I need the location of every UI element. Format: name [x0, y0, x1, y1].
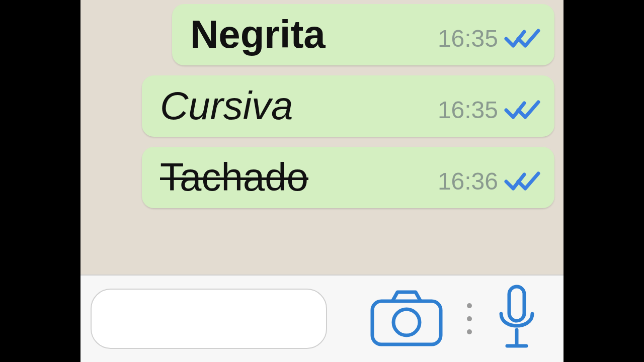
message-text: Negrita [190, 14, 414, 55]
camera-button[interactable] [369, 288, 444, 349]
message-row: Tachado 16:36 [90, 147, 554, 208]
input-toolbar [80, 275, 564, 362]
double-check-icon [504, 169, 541, 193]
mic-button[interactable] [495, 285, 538, 353]
message-time: 16:35 [438, 25, 498, 52]
more-vertical-icon [463, 303, 476, 334]
message-input[interactable] [91, 289, 327, 349]
double-check-icon [504, 98, 541, 121]
double-check-icon [504, 27, 541, 50]
message-text: Cursiva [160, 85, 414, 127]
svg-rect-2 [509, 287, 524, 321]
message-time: 16:36 [438, 167, 498, 195]
camera-icon [369, 288, 444, 349]
message-bubble[interactable]: Cursiva 16:35 [142, 75, 554, 137]
chat-window: Negrita 16:35 Cursiva 16:35 [80, 0, 564, 362]
message-bubble[interactable]: Negrita 16:35 [172, 4, 554, 65]
message-row: Negrita 16:35 [90, 4, 554, 65]
svg-point-1 [393, 309, 420, 335]
message-meta: 16:35 [438, 25, 541, 55]
message-row: Cursiva 16:35 [90, 75, 554, 137]
message-bubble[interactable]: Tachado 16:36 [142, 147, 554, 208]
message-meta: 16:36 [438, 167, 541, 198]
message-time: 16:35 [438, 96, 498, 124]
message-meta: 16:35 [438, 96, 541, 127]
microphone-icon [495, 285, 538, 353]
more-options-button[interactable] [463, 303, 476, 334]
chat-messages: Negrita 16:35 Cursiva 16:35 [80, 0, 564, 275]
message-text: Tachado [160, 157, 414, 198]
